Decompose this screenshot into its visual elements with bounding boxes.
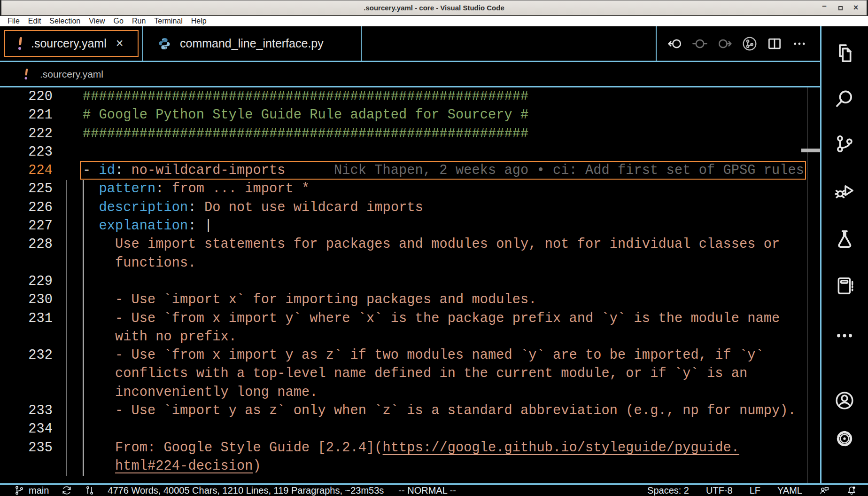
status-4776-words-40005-chars-1210-lines-119-paragraphs-23m53s[interactable]: 4776 Words, 40005 Chars, 1210 Lines, 119… xyxy=(108,485,384,496)
code-line[interactable]: 230 - Use `import x` for importing packa… xyxy=(0,291,822,309)
code-text: - Use `import y as z` only when `z` is a… xyxy=(83,403,796,418)
code-line[interactable]: conflicts with a top-level name defined … xyxy=(0,364,822,383)
code-line[interactable]: with no prefix. xyxy=(0,328,822,346)
code-line[interactable]: 229 xyxy=(0,272,822,291)
menu-view[interactable]: View xyxy=(85,16,109,26)
maximize-button[interactable] xyxy=(833,0,847,16)
status-label: YAML xyxy=(777,485,802,496)
account-icon xyxy=(834,390,855,413)
code-line[interactable]: html#224-decision) xyxy=(0,457,822,475)
feedback-icon xyxy=(819,485,829,496)
run-debug-icon xyxy=(834,180,855,203)
notebook-icon xyxy=(834,275,855,299)
status-compare-changes[interactable] xyxy=(85,485,95,496)
tab-label: .sourcery.yaml xyxy=(31,37,107,50)
code-text: # Google Python Style Guide Rule adapted… xyxy=(83,107,528,123)
tab-sourcery-yaml[interactable]: .sourcery.yaml × xyxy=(4,30,139,57)
scrollbar-marker[interactable] xyxy=(801,149,821,152)
code-line[interactable]: 228 Use import statements for packages a… xyxy=(0,235,822,253)
title-bar: .sourcery.yaml - core - Visual Studio Co… xyxy=(0,0,868,16)
close-tab-icon[interactable]: × xyxy=(116,37,124,50)
status-yaml[interactable]: YAML xyxy=(777,485,802,496)
line-number: 226 xyxy=(0,198,53,217)
editor-actions xyxy=(656,26,812,61)
warning-exclamation-icon xyxy=(24,69,28,79)
minimize-button[interactable]: – xyxy=(817,0,831,16)
status-bell-dot[interactable] xyxy=(846,485,857,496)
explorer-icon xyxy=(834,42,855,66)
code-line[interactable]: 224- id: no-wildcard-importsNick Thapen,… xyxy=(0,161,822,180)
menu-file[interactable]: File xyxy=(3,16,24,26)
status-label: Spaces: 2 xyxy=(647,485,689,496)
code-text: html#224-decision) xyxy=(83,458,261,474)
code-line[interactable]: 235 From: Google Style Guide [2.2.4](htt… xyxy=(0,439,822,457)
breadcrumb[interactable]: .sourcery.yaml xyxy=(0,62,868,86)
code-text: with no prefix. xyxy=(83,329,237,345)
status-normal[interactable]: -- NORMAL -- xyxy=(398,485,456,496)
line-number: 232 xyxy=(0,346,53,364)
code-line[interactable]: 233 - Use `import y as z` only when `z` … xyxy=(0,402,822,420)
activity-source-control[interactable] xyxy=(833,134,856,156)
menu-run[interactable]: Run xyxy=(128,16,150,26)
close-button[interactable]: × xyxy=(849,0,863,16)
line-number: 223 xyxy=(0,143,53,161)
line-number: 234 xyxy=(0,420,53,438)
split-editor-icon[interactable] xyxy=(762,34,787,53)
code-line[interactable]: 234 xyxy=(0,420,822,438)
status-lf[interactable]: LF xyxy=(750,485,760,496)
nav-back-icon[interactable] xyxy=(662,34,687,53)
search-icon xyxy=(834,87,855,111)
menu-terminal[interactable]: Terminal xyxy=(150,16,186,26)
nav-forward-icon[interactable] xyxy=(712,34,737,53)
line-number: 229 xyxy=(0,272,53,291)
code-line[interactable]: functions. xyxy=(0,254,822,272)
status-main[interactable]: main xyxy=(14,485,49,496)
activity-notebook[interactable] xyxy=(833,276,856,298)
more-actions-icon[interactable] xyxy=(787,34,812,53)
activity-explorer[interactable] xyxy=(833,43,856,65)
activity-settings[interactable] xyxy=(833,428,856,451)
status-spaces-2[interactable]: Spaces: 2 xyxy=(647,485,689,496)
sync-icon xyxy=(62,485,72,496)
code-text: - Use `import x` for importing packages … xyxy=(83,292,537,307)
menu-selection[interactable]: Selection xyxy=(45,16,85,26)
code-line[interactable]: 227 explanation: | xyxy=(0,217,822,235)
code-text: ########################################… xyxy=(83,126,528,142)
tab-separator xyxy=(361,26,362,61)
line-number: 227 xyxy=(0,217,53,235)
code-line[interactable]: 221# Google Python Style Guide Rule adap… xyxy=(0,106,822,124)
status-label: LF xyxy=(750,485,760,496)
tab-label: command_line_interface.py xyxy=(180,37,324,50)
tab-command-line-interface[interactable]: command_line_interface.py xyxy=(142,26,361,61)
code-line[interactable]: 232 - Use `from x import y as z` if two … xyxy=(0,346,822,364)
code-line[interactable]: 226 description: Do not use wildcard imp… xyxy=(0,198,822,217)
status-sync[interactable] xyxy=(62,485,72,496)
activity-more[interactable] xyxy=(833,325,856,348)
activity-run-debug[interactable] xyxy=(833,180,856,203)
activity-bar-border xyxy=(820,26,822,483)
code-line[interactable]: 223 xyxy=(0,143,822,161)
menu-help[interactable]: Help xyxy=(187,16,211,26)
menu-edit[interactable]: Edit xyxy=(24,16,46,26)
code-line[interactable]: 225 pattern: from ... import * xyxy=(0,180,822,198)
code-text: pattern: from ... import * xyxy=(83,181,310,197)
activity-search[interactable] xyxy=(833,88,856,110)
menu-go[interactable]: Go xyxy=(109,16,128,26)
line-number: 228 xyxy=(0,235,53,253)
code-line[interactable]: 222#####################################… xyxy=(0,125,822,143)
scrollbar-track[interactable] xyxy=(807,87,808,483)
code-editor[interactable]: 220#####################################… xyxy=(0,87,822,483)
indent-guide xyxy=(66,180,67,476)
activity-testing[interactable] xyxy=(833,228,856,251)
code-line[interactable]: inconveniently long name. xyxy=(0,383,822,402)
activity-account[interactable] xyxy=(833,390,856,413)
status-bar: main4776 Words, 40005 Chars, 1210 Lines,… xyxy=(0,483,868,496)
status-feedback[interactable] xyxy=(819,485,829,496)
nav-circle-icon[interactable] xyxy=(687,34,712,53)
activity-bar xyxy=(820,26,868,483)
code-line[interactable]: 220#####################################… xyxy=(0,87,822,106)
code-line[interactable]: 231 - Use `from x import y` where `x` is… xyxy=(0,309,822,328)
code-text: ########################################… xyxy=(83,89,528,104)
status-utf-8[interactable]: UTF-8 xyxy=(706,485,733,496)
git-graph-icon[interactable] xyxy=(737,34,762,53)
